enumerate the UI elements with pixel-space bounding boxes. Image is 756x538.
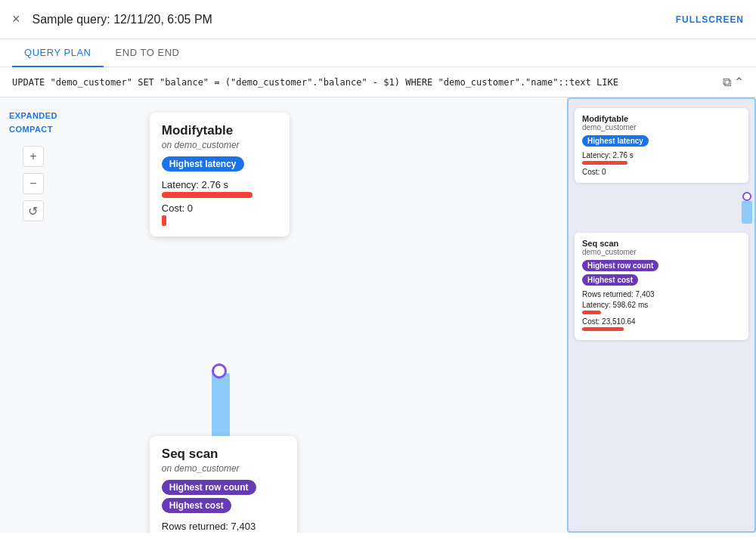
connector-dot-top [212, 363, 227, 379]
modifytable-cost: Cost: 0 [162, 203, 277, 214]
page-title: Sample query: 12/11/20, 6:05 PM [33, 13, 676, 26]
canvas-area: Modifytable on demo_customer Highest lat… [67, 97, 756, 533]
highest-cost-badge: Highest cost [162, 498, 231, 513]
mini-modifytable-sub: demo_customer [582, 123, 741, 131]
mini-seqscan-cost-bar [582, 327, 624, 331]
sidebar-controls: EXPANDED COMPACT + − ↺ [0, 97, 67, 533]
seqscan-subtitle: on demo_customer [162, 463, 285, 474]
tab-end-to-end[interactable]: END TO END [104, 39, 192, 67]
close-icon[interactable]: × [12, 11, 20, 27]
mini-connector-dot [742, 192, 751, 201]
highest-row-count-badge: Highest row count [162, 480, 256, 495]
modifytable-subtitle: on demo_customer [162, 140, 277, 150]
mini-highest-latency-badge: Highest latency [582, 135, 649, 147]
reset-button[interactable]: ↺ [23, 200, 44, 221]
connector-line [212, 373, 230, 441]
mini-highest-cost-badge: Highest cost [582, 274, 638, 286]
modifytable-node[interactable]: Modifytable on demo_customer Highest lat… [150, 113, 290, 237]
expanded-label[interactable]: EXPANDED [6, 110, 60, 122]
mini-seqscan-latency: Latency: 598.62 ms [582, 301, 741, 309]
tab-query-plan[interactable]: QUERY PLAN [12, 39, 104, 67]
mini-modifytable-card[interactable]: Modifytable demo_customer Highest latenc… [575, 108, 748, 183]
modifytable-latency-bar [162, 192, 253, 198]
compact-label[interactable]: COMPACT [6, 123, 60, 135]
seqscan-node[interactable]: Seq scan on demo_customer Highest row co… [150, 436, 297, 533]
modifytable-latency: Latency: 2.76 s [162, 179, 277, 190]
zoom-out-button[interactable]: − [23, 173, 44, 194]
tabs-bar: QUERY PLAN END TO END [0, 39, 756, 67]
mini-modifytable-latency-bar [582, 161, 627, 165]
seqscan-title: Seq scan [162, 447, 285, 462]
mini-modifytable-latency: Latency: 2.76 s [582, 151, 741, 159]
mini-seqscan-cost: Cost: 23,510.64 [582, 317, 741, 326]
mini-modifytable-title: Modifytable [582, 114, 741, 123]
mini-preview-panel: Modifytable demo_customer Highest latenc… [567, 97, 756, 533]
sql-bar: UPDATE "demo_customer" SET "balance" = (… [0, 67, 756, 97]
main-area: EXPANDED COMPACT + − ↺ Modifytable on de… [0, 97, 756, 533]
mini-seqscan-card[interactable]: Seq scan demo_customer Highest row count… [575, 233, 748, 340]
modifytable-cost-bar [162, 215, 166, 226]
zoom-in-button[interactable]: + [23, 146, 44, 167]
header: × Sample query: 12/11/20, 6:05 PM FULLSC… [0, 0, 756, 39]
modifytable-title: Modifytable [162, 123, 277, 138]
view-labels: EXPANDED COMPACT [6, 110, 60, 135]
copy-icon[interactable]: ⧉ [723, 76, 731, 89]
expand-icon[interactable]: ⌃ [734, 75, 744, 89]
mini-seqscan-rows: Rows returned: 7,403 [582, 290, 741, 298]
mini-highest-row-count-badge: Highest row count [582, 260, 658, 271]
mini-modifytable-cost: Cost: 0 [582, 168, 741, 176]
fullscreen-button[interactable]: FULLSCREEN [676, 14, 744, 25]
mini-seqscan-latency-bar [582, 311, 601, 314]
mini-seqscan-sub: demo_customer [582, 248, 741, 256]
sql-text: UPDATE "demo_customer" SET "balance" = (… [12, 77, 717, 88]
highest-latency-badge: Highest latency [162, 156, 244, 172]
mini-connector-line [742, 201, 752, 224]
seqscan-rows: Rows returned: 7,403 [162, 521, 285, 532]
mini-seqscan-title: Seq scan [582, 239, 741, 248]
